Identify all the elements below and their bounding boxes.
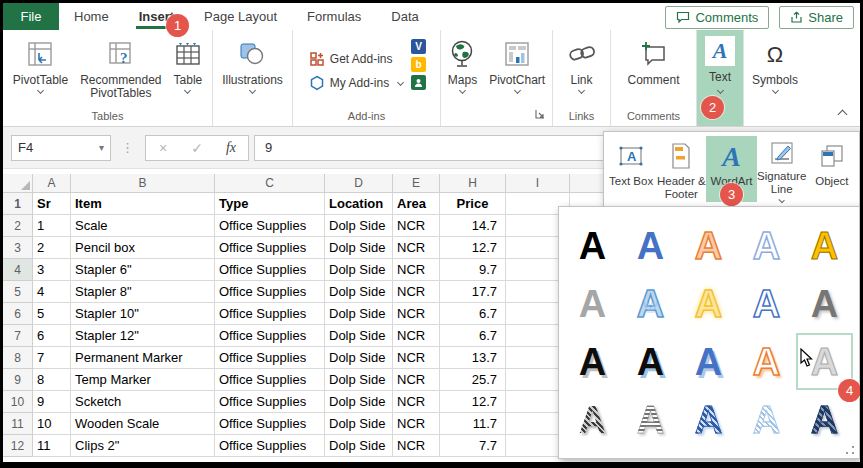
wordart-style-blue-light-shadow[interactable]: A xyxy=(680,333,737,390)
grid-cell[interactable]: 25.7 xyxy=(440,369,506,391)
dialog-launcher-icon[interactable] xyxy=(535,107,545,123)
grid-cell[interactable]: Item xyxy=(71,193,215,215)
my-addins-button[interactable]: My Add-ins xyxy=(307,71,405,95)
grid-cell[interactable]: 7 xyxy=(33,347,71,369)
grid-cell[interactable]: Office Supplies xyxy=(215,303,325,325)
grid-cell[interactable]: 1 xyxy=(33,215,71,237)
grid-cell[interactable]: NCR xyxy=(393,215,440,237)
row-header[interactable]: 7 xyxy=(3,325,33,347)
resize-handle[interactable] xyxy=(845,445,854,454)
people-addin-icon[interactable] xyxy=(411,75,426,90)
grid-cell[interactable]: Office Supplies xyxy=(215,281,325,303)
grid-cell[interactable]: Office Supplies xyxy=(215,369,325,391)
row-header[interactable]: 8 xyxy=(3,347,33,369)
grid-cell[interactable]: Office Supplies xyxy=(215,237,325,259)
wordart-style-white-orange-outline-shadow[interactable]: A xyxy=(738,333,795,390)
row-header[interactable]: 9 xyxy=(3,369,33,391)
grid-cell[interactable]: Dolp Side xyxy=(325,281,393,303)
wordart-style-blue-reflection[interactable]: A xyxy=(622,275,679,332)
get-addins-button[interactable]: Get Add-ins xyxy=(307,47,405,71)
grid-cell[interactable]: 12.7 xyxy=(440,237,506,259)
grid-cell[interactable]: Stapler 6" xyxy=(71,259,215,281)
wordart-style-fill-black[interactable]: A xyxy=(564,217,621,274)
wordart-style-black-gray-shadow[interactable]: A xyxy=(564,333,621,390)
grid-cell[interactable]: Clips 2" xyxy=(71,435,215,457)
menu-item-text-box[interactable]: A Text Box xyxy=(606,136,656,202)
grid-cell[interactable]: NCR xyxy=(393,413,440,435)
grid-cell[interactable]: 14.7 xyxy=(440,215,506,237)
tab-page-layout[interactable]: Page Layout xyxy=(189,3,292,30)
row-header[interactable]: 4 xyxy=(3,259,33,281)
column-header-a[interactable]: A xyxy=(33,174,71,193)
grid-cell[interactable]: 8 xyxy=(33,369,71,391)
grid-cell[interactable]: Dolp Side xyxy=(325,435,393,457)
grid-cell[interactable]: Stapler 12" xyxy=(71,325,215,347)
column-header-h[interactable]: H xyxy=(440,174,506,193)
column-header-b[interactable]: B xyxy=(71,174,215,193)
row-header[interactable]: 5 xyxy=(3,281,33,303)
wordart-style-fill-blue[interactable]: A xyxy=(622,217,679,274)
grid-cell[interactable]: NCR xyxy=(393,391,440,413)
grid-cell[interactable]: 2 xyxy=(33,237,71,259)
table-button[interactable]: Table xyxy=(169,34,208,96)
share-button[interactable]: Share xyxy=(779,6,854,29)
grid-cell[interactable]: 7.7 xyxy=(440,435,506,457)
menu-item-header-footer[interactable]: Header & Footer xyxy=(656,136,706,202)
cancel-button[interactable]: × xyxy=(146,140,180,156)
grid-cell[interactable]: Office Supplies xyxy=(215,259,325,281)
grid-cell[interactable]: 17.7 xyxy=(440,281,506,303)
row-header[interactable]: 3 xyxy=(3,237,33,259)
grid-cell[interactable]: NCR xyxy=(393,281,440,303)
tab-home[interactable]: Home xyxy=(59,3,124,30)
grid-cell[interactable]: Dolp Side xyxy=(325,347,393,369)
select-all-corner[interactable] xyxy=(3,174,33,193)
grid-cell[interactable]: NCR xyxy=(393,303,440,325)
wordart-style-fill-gray[interactable]: A xyxy=(564,275,621,332)
grid-cell[interactable]: NCR xyxy=(393,347,440,369)
grid-cell[interactable]: Sr xyxy=(33,193,71,215)
grid-cell[interactable]: Dolp Side xyxy=(325,259,393,281)
grid-cell[interactable]: Permanent Marker xyxy=(71,347,215,369)
grid-cell[interactable]: NCR xyxy=(393,435,440,457)
wordart-style-white-blue-outline[interactable]: A xyxy=(738,275,795,332)
grid-cell[interactable]: Office Supplies xyxy=(215,325,325,347)
grid-cell[interactable]: Dolp Side xyxy=(325,325,393,347)
pivottable-button[interactable]: PivotTable xyxy=(8,34,73,96)
wordart-style-gold-glow[interactable]: A xyxy=(680,275,737,332)
grid-cell[interactable]: Dolp Side xyxy=(325,413,393,435)
wordart-style-orange-outline[interactable]: A xyxy=(680,217,737,274)
wordart-style-fill-gold[interactable]: A xyxy=(796,217,853,274)
enter-button[interactable]: ✓ xyxy=(180,140,214,156)
wordart-style-light-blue-hatch-outline[interactable]: A xyxy=(738,391,795,448)
column-header-d[interactable]: D xyxy=(325,174,393,193)
row-header[interactable]: 11 xyxy=(3,413,33,435)
menu-item-object[interactable]: Object xyxy=(807,136,857,202)
recommended-pivottables-button[interactable]: ? Recommended PivotTables xyxy=(75,34,166,103)
visio-addin-icon[interactable]: V xyxy=(411,39,426,54)
grid-cell[interactable]: Scale xyxy=(71,215,215,237)
grid-cell[interactable]: Location xyxy=(325,193,393,215)
symbols-button[interactable]: Ω Symbols xyxy=(747,34,803,96)
collapse-ribbon-button[interactable] xyxy=(839,30,860,126)
wordart-style-light-blue-outline[interactable]: A xyxy=(738,217,795,274)
wordart-style-gray-stripes[interactable]: A xyxy=(622,391,679,448)
wordart-style-dark-diagonal-hatch[interactable]: A xyxy=(564,391,621,448)
tab-formulas[interactable]: Formulas xyxy=(292,3,376,30)
bing-addin-icon[interactable]: b xyxy=(411,57,426,72)
row-header[interactable]: 6 xyxy=(3,303,33,325)
grid-cell[interactable]: Office Supplies xyxy=(215,435,325,457)
grid-cell[interactable]: NCR xyxy=(393,369,440,391)
tab-file[interactable]: File xyxy=(3,3,59,30)
insert-function-button[interactable]: fx xyxy=(214,140,248,156)
link-button[interactable]: Link xyxy=(562,34,602,96)
grid-cell[interactable]: 6.7 xyxy=(440,303,506,325)
grid-cell[interactable]: 12.7 xyxy=(440,391,506,413)
comment-button[interactable]: Comment xyxy=(622,34,684,90)
column-header-c[interactable]: C xyxy=(215,174,325,193)
name-box-caret-icon[interactable]: ▾ xyxy=(99,142,104,153)
grid-cell[interactable]: Office Supplies xyxy=(215,215,325,237)
grid-cell[interactable]: Dolp Side xyxy=(325,237,393,259)
row-header[interactable]: 10 xyxy=(3,391,33,413)
grid-cell[interactable]: Office Supplies xyxy=(215,347,325,369)
grid-cell[interactable]: Stapler 10" xyxy=(71,303,215,325)
